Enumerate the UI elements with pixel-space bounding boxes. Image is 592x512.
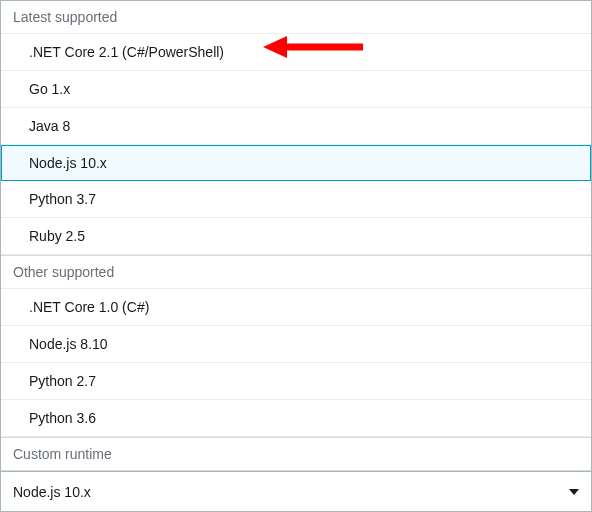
group-header-other: Other supported bbox=[1, 255, 591, 289]
option-go-1x[interactable]: Go 1.x bbox=[1, 71, 591, 108]
option-python-37[interactable]: Python 3.7 bbox=[1, 181, 591, 218]
option-ruby-25[interactable]: Ruby 2.5 bbox=[1, 218, 591, 255]
option-nodejs-10x[interactable]: Node.js 10.x bbox=[1, 145, 591, 181]
chevron-down-icon bbox=[569, 489, 579, 495]
option-python-27[interactable]: Python 2.7 bbox=[1, 363, 591, 400]
runtime-dropdown-panel: Latest supported .NET Core 2.1 (C#/Power… bbox=[1, 1, 591, 471]
option-dotnet-core-21[interactable]: .NET Core 2.1 (C#/PowerShell) bbox=[1, 34, 591, 71]
option-nodejs-810[interactable]: Node.js 8.10 bbox=[1, 326, 591, 363]
option-python-36[interactable]: Python 3.6 bbox=[1, 400, 591, 437]
runtime-select-value: Node.js 10.x bbox=[13, 484, 91, 500]
group-header-custom: Custom runtime bbox=[1, 437, 591, 471]
option-dotnet-core-10[interactable]: .NET Core 1.0 (C#) bbox=[1, 289, 591, 326]
option-java-8[interactable]: Java 8 bbox=[1, 108, 591, 145]
group-header-latest: Latest supported bbox=[1, 1, 591, 34]
runtime-select[interactable]: Node.js 10.x bbox=[1, 471, 591, 511]
